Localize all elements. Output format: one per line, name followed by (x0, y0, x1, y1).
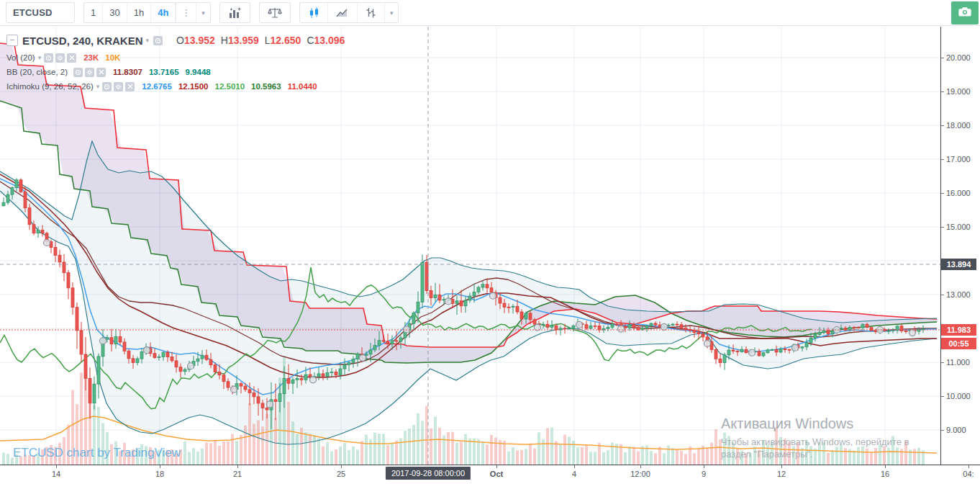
price-tick-label: 20.000 (946, 53, 971, 62)
interval-group: 1301h4h ⋮ ▾ (83, 2, 211, 23)
tradingview-attribution-link[interactable]: ETCUSD chart by TradingView (13, 446, 181, 460)
interval-button-1h[interactable]: 1h (127, 3, 151, 22)
price-tickmark (941, 193, 944, 194)
remove-button[interactable] (125, 82, 135, 91)
symbol-group: ETCUSD (6, 2, 75, 23)
interval-dropdown-caret[interactable]: ▾ (196, 3, 210, 22)
price-tick-label: 10.000 (946, 392, 971, 400)
time-tickmark (341, 465, 342, 468)
time-tick-label: 4 (572, 470, 576, 478)
time-tickmark (160, 465, 160, 468)
time-tick-label: 12 (777, 470, 786, 478)
time-tickmark (640, 465, 641, 468)
top-toolbar: ETCUSD 1301h4h ⋮ ▾ (0, 0, 980, 26)
time-tick-label: 25 (337, 470, 345, 478)
line-style-button[interactable] (328, 3, 358, 22)
price-tickmark (941, 91, 944, 92)
legend-row-bb: BB (20, close, 2)11.830713.71659.9448 (6, 66, 345, 79)
price-tick-label: 16.000 (946, 189, 971, 197)
settings-button[interactable] (55, 53, 65, 63)
more-intervals-button[interactable]: ⋮ (176, 3, 196, 22)
ohlc-bars-style-button[interactable] (358, 3, 385, 22)
price-tickmark (941, 159, 944, 160)
series-dropdown-caret[interactable]: ▾ (146, 37, 150, 44)
time-tickmark (968, 465, 969, 468)
price-tick-label: 19.000 (946, 87, 971, 96)
indicator-caret[interactable]: ▾ (96, 83, 100, 90)
price-tick-label: 15.000 (946, 223, 971, 231)
time-tick-label: 12:00 (630, 470, 650, 478)
remove-button[interactable] (67, 53, 76, 63)
time-tickmark (237, 465, 238, 468)
eye-icon (155, 37, 161, 44)
ohlc-values: O13.952H13.959L12.650C13.096 (171, 35, 345, 46)
style-dropdown-caret[interactable]: ▾ (385, 3, 399, 22)
time-tickmark (885, 465, 886, 468)
line-style-icon (336, 7, 349, 19)
indicator-name: BB (20, close, 2) (6, 68, 68, 76)
visibility-button[interactable] (44, 53, 53, 63)
price-tick-label: 17.000 (946, 155, 971, 163)
time-tick-label: Oct (490, 470, 503, 478)
time-tick-label: 9 (702, 470, 706, 478)
price-tickmark (941, 58, 944, 58)
symbol-input[interactable]: ETCUSD (6, 3, 74, 22)
visibility-button[interactable] (102, 82, 112, 91)
interval-button-30[interactable]: 30 (103, 3, 127, 22)
legend-row-ichimoku: Ichimoku (9, 26, 52, 26)▾12.676512.15001… (6, 80, 345, 93)
settings-button[interactable] (114, 82, 123, 91)
price-tickmark (941, 227, 944, 228)
compare-button[interactable] (260, 3, 290, 22)
snapshot-button[interactable] (951, 1, 979, 24)
price-axis[interactable]: 20.00019.00018.00017.00016.00015.00013.0… (940, 27, 980, 465)
legend-collapse-button[interactable]: − (6, 35, 18, 46)
price-tickmark (941, 295, 944, 295)
time-tickmark (496, 465, 497, 468)
ohlc-bars-style-icon (366, 6, 376, 19)
remove-button[interactable] (96, 68, 106, 77)
last-price-label: 11.983 (941, 324, 976, 336)
price-tick-label: 9.000 (946, 426, 966, 434)
time-tickmark (56, 465, 57, 468)
time-tick-label: 04: (963, 470, 974, 478)
price-tickmark (941, 396, 944, 397)
price-tick-label: 13.000 (946, 290, 971, 299)
trading-terminal: ETCUSD 1301h4h ⋮ ▾ (0, 0, 980, 484)
chart-legend: − ETCUSD, 240, KRAKEN ▾ O13.952H13.959L1… (6, 32, 345, 94)
series-visibility-button[interactable] (153, 36, 163, 45)
compare-scales-icon (268, 6, 282, 19)
time-tick-label: 21 (233, 470, 242, 478)
time-tick-label: 16 (881, 470, 889, 478)
series-title[interactable]: ETCUSD, 240, KRAKEN (22, 35, 143, 47)
price-tick-label: 11.000 (946, 358, 970, 367)
price-tickmark (941, 362, 944, 363)
time-tickmark (574, 465, 575, 468)
price-tick-label: 18.000 (946, 121, 971, 130)
interval-button-1[interactable]: 1 (84, 3, 103, 22)
time-tick-label: 18 (155, 470, 164, 478)
visibility-button[interactable] (73, 68, 83, 77)
crosshair-price-label: 13.894 (941, 259, 976, 270)
camera-icon (958, 6, 972, 20)
interval-button-4h[interactable]: 4h (151, 3, 176, 22)
legend-row-vol: Vol (20)▾23K10K (6, 51, 345, 64)
indicator-name: Vol (20) (6, 53, 35, 62)
time-tick-label: 14 (52, 470, 60, 478)
indicators-icon (228, 6, 242, 19)
price-tickmark (941, 125, 944, 126)
candlestick-style-icon (308, 6, 319, 19)
crosshair-time-label: 2017-09-28 08:00:00 (386, 467, 471, 480)
indicator-name: Ichimoku (9, 26, 52, 26) (6, 82, 94, 91)
candlestick-style-button[interactable] (300, 3, 328, 22)
indicator-caret[interactable]: ▾ (38, 54, 42, 61)
price-tickmark (941, 430, 944, 431)
time-tickmark (704, 465, 704, 468)
bar-countdown-label: 00:55 (941, 338, 976, 349)
time-axis[interactable]: 2017-09-28 08:00:00 14182125Oct412:00912… (0, 465, 980, 484)
settings-button[interactable] (85, 68, 94, 77)
time-tickmark (781, 465, 782, 468)
indicators-button[interactable] (220, 3, 250, 22)
